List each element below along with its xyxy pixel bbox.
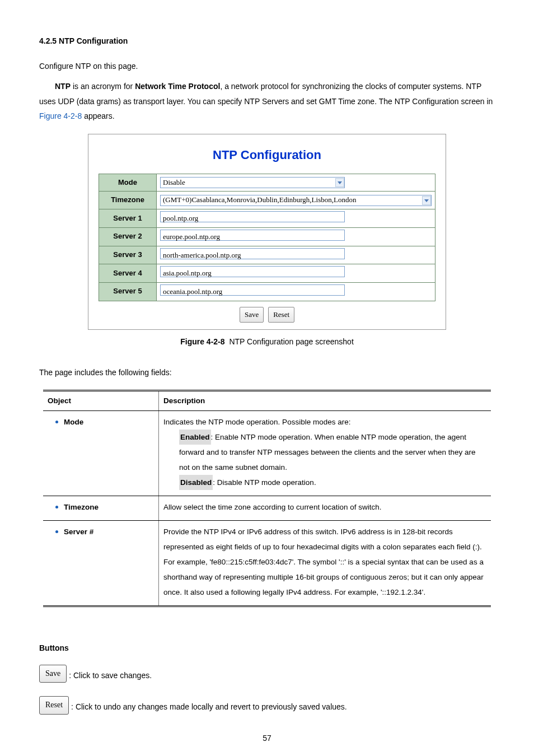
- disabled-label: Disabled: [179, 475, 213, 490]
- bullet-icon: [55, 506, 58, 508]
- config-table: Mode Disable Timezone (GMT+0)Casablanca,…: [99, 174, 435, 301]
- figure-reference[interactable]: Figure 4-2-8: [39, 111, 82, 120]
- table-row: Mode Indicates the NTP mode operation. P…: [43, 411, 491, 496]
- server3-input[interactable]: north-america.pool.ntp.org: [160, 248, 345, 259]
- save-button[interactable]: Save: [240, 307, 264, 323]
- row-label-server3: Server 3: [99, 246, 157, 264]
- fields-table: Object Description Mode Indicates the NT…: [43, 390, 491, 607]
- timezone-select[interactable]: (GMT+0)Casablanca,Monrovia,Dublin,Edinbu…: [160, 195, 432, 206]
- panel-title: NTP Configuration: [99, 140, 435, 174]
- section-heading: 4.2.5 NTP Configuration: [39, 34, 495, 49]
- save-button-sample[interactable]: Save: [39, 665, 67, 683]
- chevron-down-icon: [422, 196, 431, 205]
- figure-caption-text: NTP Configuration page screenshot: [227, 337, 354, 346]
- reset-explain-row: Reset : Click to undo any changes made l…: [39, 696, 495, 715]
- page-number: 57: [0, 731, 534, 746]
- mode-desc-line1: Indicates the NTP mode operation. Possib…: [163, 414, 486, 430]
- col-header-object: Object: [43, 391, 159, 411]
- timezone-desc: Allow select the time zone according to …: [159, 496, 491, 521]
- para-text-3: appears.: [82, 111, 114, 120]
- row-label-server2: Server 2: [99, 227, 157, 246]
- ntp-abbr: NTP: [55, 82, 71, 91]
- server5-input[interactable]: oceania.pool.ntp.org: [160, 284, 345, 296]
- table-row: Timezone Allow select the time zone acco…: [43, 496, 491, 521]
- server2-input[interactable]: europe.pool.ntp.org: [160, 230, 345, 241]
- row-label-server4: Server 4: [99, 264, 157, 283]
- figure-number: Figure 4-2-8: [180, 337, 224, 346]
- bullet-icon: [55, 530, 58, 533]
- intro-line: Configure NTP on this page.: [39, 59, 495, 74]
- buttons-heading: Buttons: [39, 641, 495, 656]
- mode-select[interactable]: Disable: [160, 177, 345, 188]
- reset-button[interactable]: Reset: [268, 307, 294, 323]
- enabled-label: Enabled: [179, 430, 211, 445]
- ntp-fullname: Network Time Protocol: [135, 82, 220, 91]
- object-label-mode: Mode: [64, 418, 83, 426]
- reset-explain-text: : Click to undo any changes made locally…: [71, 699, 347, 715]
- row-label-timezone: Timezone: [99, 192, 157, 209]
- save-explain-text: : Click to save changes.: [69, 668, 152, 683]
- row-label-server5: Server 5: [99, 282, 157, 301]
- section-number: 4.2.5 NTP Configuration: [39, 36, 128, 45]
- ntp-paragraph: NTP is an acronym for Network Time Proto…: [39, 79, 495, 124]
- fields-intro: The page includes the following fields:: [39, 365, 495, 380]
- ntp-config-screenshot: NTP Configuration Mode Disable Timezone …: [88, 134, 446, 330]
- enabled-text: : Enable NTP mode operation. When enable…: [179, 433, 476, 472]
- table-row: Server # Provide the NTP IPv4 or IPv6 ad…: [43, 521, 491, 606]
- para-text-1: is an acronym for: [71, 82, 135, 91]
- disabled-text: : Disable NTP mode operation.: [213, 478, 316, 487]
- row-label-mode: Mode: [99, 174, 157, 192]
- bullet-icon: [55, 421, 58, 423]
- server4-input[interactable]: asia.pool.ntp.org: [160, 266, 345, 277]
- timezone-select-value: (GMT+0)Casablanca,Monrovia,Dublin,Edinbu…: [163, 193, 356, 207]
- col-header-description: Description: [159, 391, 491, 411]
- object-label-server: Server #: [64, 528, 93, 536]
- server1-input[interactable]: pool.ntp.org: [160, 211, 345, 222]
- mode-select-value: Disable: [163, 176, 185, 190]
- server-desc: Provide the NTP IPv4 or IPv6 address of …: [159, 521, 491, 606]
- object-label-timezone: Timezone: [64, 503, 99, 511]
- chevron-down-icon: [335, 178, 344, 187]
- reset-button-sample[interactable]: Reset: [39, 696, 69, 715]
- save-explain-row: Save : Click to save changes.: [39, 665, 495, 683]
- row-label-server1: Server 1: [99, 209, 157, 228]
- figure-caption: Figure 4-2-8 NTP Configuration page scre…: [39, 334, 495, 349]
